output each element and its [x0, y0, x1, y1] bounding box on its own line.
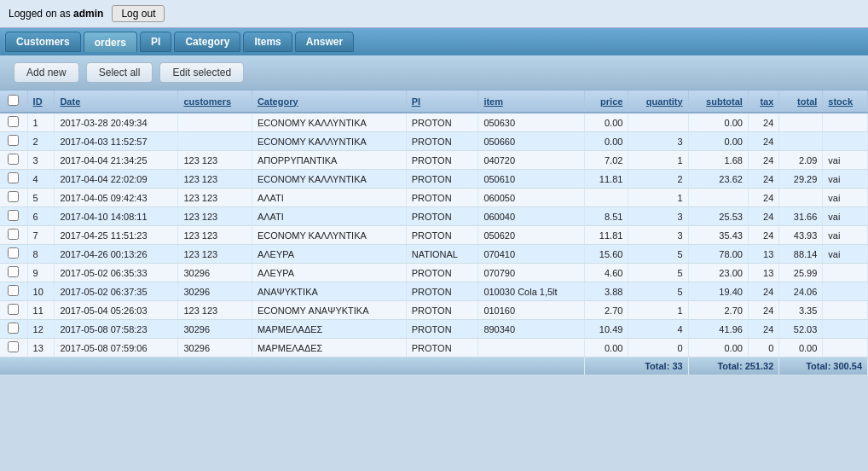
row-select-checkbox[interactable]	[8, 172, 19, 183]
tab-orders[interactable]: orders	[84, 32, 137, 52]
col-total[interactable]: total	[779, 90, 823, 113]
tab-answer[interactable]: Answer	[295, 32, 354, 52]
tab-category[interactable]: Category	[174, 32, 240, 52]
row-select-checkbox[interactable]	[8, 247, 19, 259]
row-item: 050610	[478, 170, 585, 189]
row-select-checkbox[interactable]	[8, 210, 19, 221]
row-select-checkbox[interactable]	[8, 116, 19, 127]
row-tax: 0	[748, 339, 778, 358]
col-pi[interactable]: PI	[406, 90, 478, 113]
row-customer: 30296	[178, 339, 252, 358]
row-subtotal: 23.00	[688, 264, 748, 282]
col-category[interactable]: Category	[252, 90, 406, 113]
row-pi: NATIONAL	[406, 245, 478, 264]
row-checkbox[interactable]	[0, 282, 27, 301]
row-tax: 24	[748, 151, 778, 170]
orders-table: ID Date customers Category PI item price…	[0, 90, 868, 375]
row-item	[478, 339, 585, 358]
col-stock[interactable]: stock	[823, 90, 868, 113]
row-select-checkbox[interactable]	[8, 229, 19, 240]
col-tax[interactable]: tax	[748, 90, 778, 113]
row-stock: vai	[823, 189, 868, 207]
row-tax: 24	[748, 301, 778, 320]
row-stock	[823, 132, 868, 151]
row-tax: 24	[748, 113, 778, 132]
row-checkbox[interactable]	[0, 170, 27, 189]
row-item: 010160	[478, 301, 585, 320]
row-stock	[823, 264, 868, 282]
row-date: 2017-04-04 22:02:09	[55, 170, 178, 189]
row-checkbox[interactable]	[0, 301, 27, 320]
row-id: 8	[27, 245, 55, 264]
row-stock: vai	[823, 151, 868, 170]
row-pi: PROTON	[406, 207, 478, 226]
nav-bar: Customers orders PI Category Items Answe…	[0, 28, 868, 55]
footer-total-grand: Total: 300.54	[779, 358, 868, 375]
row-checkbox[interactable]	[0, 339, 27, 358]
col-checkbox[interactable]	[0, 90, 27, 113]
row-customer: 123 123	[178, 226, 252, 245]
row-pi: PROTON	[406, 301, 478, 320]
row-category: ECONOMY ΚΑΛΛΥΝΤΙΚΑ	[252, 113, 406, 132]
row-select-checkbox[interactable]	[8, 323, 19, 334]
col-customers[interactable]: customers	[178, 90, 252, 113]
row-checkbox[interactable]	[0, 113, 27, 132]
row-category: ECONOMY ΑΝΑΨΥΚΤΙΚΑ	[252, 301, 406, 320]
row-category: ECONOMY ΚΑΛΛΥΝΤΙΚΑ	[252, 170, 406, 189]
row-id: 7	[27, 226, 55, 245]
select-all-checkbox[interactable]	[8, 95, 19, 106]
row-total: 52.03	[779, 320, 823, 339]
col-quantity[interactable]: quantity	[628, 90, 688, 113]
row-total: 3.35	[779, 301, 823, 320]
row-checkbox[interactable]	[0, 207, 27, 226]
col-subtotal[interactable]: subtotal	[688, 90, 748, 113]
select-all-button[interactable]: Select all	[86, 62, 153, 83]
row-checkbox[interactable]	[0, 245, 27, 264]
table-row: 2 2017-04-03 11:52:57 ECONOMY ΚΑΛΛΥΝΤΙΚΑ…	[0, 132, 868, 151]
col-date[interactable]: Date	[55, 90, 178, 113]
row-total	[779, 189, 823, 207]
logged-as-text: Logged on as admin	[9, 8, 103, 20]
col-price[interactable]: price	[585, 90, 628, 113]
row-customer: 30296	[178, 264, 252, 282]
row-date: 2017-05-02 06:37:35	[55, 282, 178, 301]
row-pi: PROTON	[406, 113, 478, 132]
row-total: 0.00	[779, 339, 823, 358]
row-select-checkbox[interactable]	[8, 135, 19, 146]
row-checkbox[interactable]	[0, 320, 27, 339]
row-customer: 123 123	[178, 189, 252, 207]
row-select-checkbox[interactable]	[8, 304, 19, 315]
row-id: 13	[27, 339, 55, 358]
row-select-checkbox[interactable]	[8, 285, 19, 296]
row-subtotal	[688, 189, 748, 207]
row-subtotal: 0.00	[688, 113, 748, 132]
footer-empty	[0, 358, 585, 375]
row-tax: 24	[748, 207, 778, 226]
tab-items[interactable]: Items	[243, 32, 292, 52]
tab-customers[interactable]: Customers	[5, 32, 81, 52]
row-checkbox[interactable]	[0, 226, 27, 245]
col-item[interactable]: item	[478, 90, 585, 113]
row-total	[779, 132, 823, 151]
row-checkbox[interactable]	[0, 132, 27, 151]
logout-button[interactable]: Log out	[112, 5, 165, 22]
row-quantity	[628, 113, 688, 132]
row-select-checkbox[interactable]	[8, 191, 19, 202]
tab-pi[interactable]: PI	[140, 32, 171, 52]
edit-selected-button[interactable]: Edit selected	[159, 62, 244, 83]
row-checkbox[interactable]	[0, 151, 27, 170]
row-item: 890340	[478, 320, 585, 339]
col-id[interactable]: ID	[27, 90, 55, 113]
logged-as-label: Logged on as	[9, 8, 73, 20]
row-quantity: 0	[628, 339, 688, 358]
row-checkbox[interactable]	[0, 264, 27, 282]
row-price: 0.00	[585, 113, 628, 132]
add-new-button[interactable]: Add new	[14, 62, 79, 83]
row-price: 15.60	[585, 245, 628, 264]
row-category: ΑΛΕΥΡΑ	[252, 245, 406, 264]
row-total: 88.14	[779, 245, 823, 264]
row-select-checkbox[interactable]	[8, 154, 19, 165]
row-checkbox[interactable]	[0, 189, 27, 207]
row-select-checkbox[interactable]	[8, 266, 19, 277]
row-select-checkbox[interactable]	[8, 341, 19, 352]
